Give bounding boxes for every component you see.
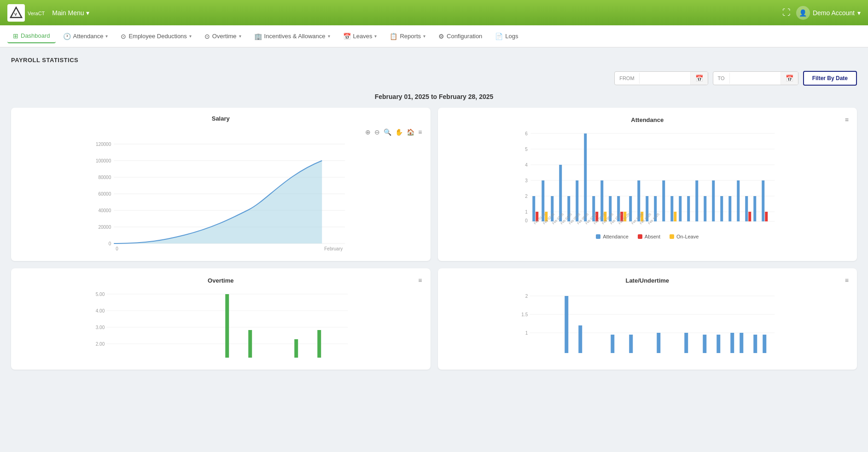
svg-rect-56 xyxy=(674,212,676,221)
svg-rect-105 xyxy=(629,335,633,353)
svg-rect-62 xyxy=(720,196,723,221)
svg-text:120000: 120000 xyxy=(96,142,111,147)
top-bar-left: V VeraCT Main Menu ▾ xyxy=(7,4,89,22)
to-calendar-button[interactable]: 📅 xyxy=(781,72,798,85)
svg-rect-111 xyxy=(740,333,743,353)
nav-item-configuration[interactable]: ⚙ Configuration xyxy=(433,30,488,43)
avatar-icon: 👤 xyxy=(799,9,807,17)
nav-label-logs: Logs xyxy=(505,33,518,40)
svg-rect-54 xyxy=(662,180,665,221)
overtime-chevron-icon: ▾ xyxy=(239,34,241,39)
nav-item-leaves[interactable]: 📅 Leaves ▾ xyxy=(338,30,383,43)
svg-rect-40 xyxy=(584,133,587,221)
salary-menu-btn[interactable]: ≡ xyxy=(417,127,423,137)
svg-rect-57 xyxy=(679,196,682,221)
svg-rect-49 xyxy=(629,196,632,221)
incentives-nav-icon: 🏢 xyxy=(254,33,262,40)
svg-text:100000: 100000 xyxy=(96,158,111,163)
svg-text:0: 0 xyxy=(525,218,528,223)
svg-rect-103 xyxy=(578,325,582,353)
logs-nav-icon: 📄 xyxy=(495,33,503,40)
overtime-chart-title: Overtime xyxy=(86,277,355,284)
svg-text:2: 2 xyxy=(525,194,528,199)
salary-home-btn[interactable]: 🏠 xyxy=(406,127,415,137)
to-date-input[interactable] xyxy=(730,72,781,84)
account-name: Demo Account xyxy=(813,9,855,17)
svg-rect-95 xyxy=(317,330,321,358)
account-button[interactable]: 👤 Demo Account ▾ xyxy=(796,6,861,20)
svg-rect-59 xyxy=(695,180,698,221)
attendance-chart-svg: 6 5 4 3 2 1 0 xyxy=(445,128,850,229)
late-undertime-menu-btn[interactable]: ≡ xyxy=(844,276,850,285)
nav-item-attendance[interactable]: 🕐 Attendance ▾ xyxy=(58,30,114,43)
svg-rect-64 xyxy=(737,180,740,221)
overtime-chart-card: Overtime ≡ 5.00 4.00 3.00 2.00 xyxy=(11,268,431,370)
late-undertime-chart-card: Late/Undertime ≡ 2 1.5 1 xyxy=(438,268,857,370)
late-undertime-chart-title: Late/Undertime xyxy=(513,277,782,284)
nav-bar: ⊞ Dashboard 🕐 Attendance ▾ ⊙ Employee De… xyxy=(0,25,868,47)
svg-text:0: 0 xyxy=(109,241,111,246)
nav-label-leaves: Leaves xyxy=(353,33,373,40)
legend-label-absent: Absent xyxy=(645,234,660,239)
overtime-menu-btn[interactable]: ≡ xyxy=(417,276,423,285)
nav-label-employee-deductions: Employee Deductions xyxy=(128,33,186,40)
salary-zoom-out-btn[interactable]: ⊖ xyxy=(373,127,381,137)
svg-text:V: V xyxy=(14,12,17,17)
reports-chevron-icon: ▾ xyxy=(423,34,425,39)
salary-chart-title: Salary xyxy=(18,115,423,122)
attendance-chart-title: Attendance xyxy=(513,116,782,123)
from-date-input[interactable] xyxy=(640,72,690,84)
svg-text:3: 3 xyxy=(525,178,528,183)
svg-text:5: 5 xyxy=(525,147,528,152)
legend-dot-absent xyxy=(638,234,642,239)
fullscreen-button[interactable]: ⛶ xyxy=(782,8,791,17)
filter-by-date-button[interactable]: Filter By Date xyxy=(803,71,857,86)
salary-chart-card: Salary ⊕ ⊖ 🔍 ✋ 🏠 ≡ 120000 100000 80000 6… xyxy=(11,108,431,261)
nav-item-overtime[interactable]: ⊙ Overtime ▾ xyxy=(199,30,247,43)
svg-rect-92 xyxy=(225,294,229,358)
nav-item-dashboard[interactable]: ⊞ Dashboard xyxy=(7,29,56,43)
to-label: TO xyxy=(713,73,730,84)
overtime-chart-svg: 5.00 4.00 3.00 2.00 xyxy=(18,289,423,362)
legend-on-leave: On-Leave xyxy=(670,234,699,239)
salary-pan-btn[interactable]: ✋ xyxy=(394,127,404,137)
page-title: PAYROLL STATISTICS xyxy=(11,57,857,64)
from-date-wrap: FROM 📅 xyxy=(614,71,708,85)
from-calendar-button[interactable]: 📅 xyxy=(690,72,708,85)
svg-rect-66 xyxy=(748,212,751,221)
svg-text:4: 4 xyxy=(525,162,528,168)
main-menu-button[interactable]: Main Menu ▾ xyxy=(52,9,89,17)
svg-rect-113 xyxy=(763,335,766,353)
nav-item-employee-deductions[interactable]: ⊙ Employee Deductions ▾ xyxy=(115,30,197,43)
nav-item-logs[interactable]: 📄 Logs xyxy=(489,30,524,43)
to-date-wrap: TO 📅 xyxy=(713,71,798,85)
salary-zoom-reset-btn[interactable]: 🔍 xyxy=(383,127,392,137)
leaves-chevron-icon: ▾ xyxy=(374,34,377,39)
svg-rect-58 xyxy=(687,196,690,221)
account-chevron-icon: ▾ xyxy=(857,9,861,17)
main-menu-label: Main Menu xyxy=(52,9,84,17)
deductions-chevron-icon: ▾ xyxy=(189,34,192,39)
reports-nav-icon: 📋 xyxy=(390,33,397,40)
nav-item-incentives[interactable]: 🏢 Incentives & Allowance ▾ xyxy=(249,30,336,43)
attendance-menu-btn[interactable]: ≡ xyxy=(844,115,850,124)
nav-label-configuration: Configuration xyxy=(447,33,482,40)
svg-text:1: 1 xyxy=(525,330,528,336)
legend-label-attendance: Attendance xyxy=(603,234,629,239)
svg-text:3.00: 3.00 xyxy=(96,325,105,330)
svg-text:1.5: 1.5 xyxy=(521,312,528,317)
svg-rect-68 xyxy=(762,180,764,221)
svg-text:60000: 60000 xyxy=(98,191,111,197)
svg-text:80000: 80000 xyxy=(98,175,111,180)
salary-zoom-in-btn[interactable]: ⊕ xyxy=(364,127,372,137)
svg-rect-108 xyxy=(703,335,706,353)
nav-label-attendance: Attendance xyxy=(73,33,104,40)
nav-item-reports[interactable]: 📋 Reports ▾ xyxy=(384,30,431,43)
top-bar: V VeraCT Main Menu ▾ ⛶ 👤 Demo Account ▾ xyxy=(0,0,868,25)
svg-rect-69 xyxy=(765,212,768,221)
svg-rect-32 xyxy=(532,196,535,221)
deductions-nav-icon: ⊙ xyxy=(121,33,126,40)
nav-label-incentives: Incentives & Allowance xyxy=(264,33,326,40)
svg-rect-102 xyxy=(565,296,568,353)
svg-rect-60 xyxy=(704,196,706,221)
